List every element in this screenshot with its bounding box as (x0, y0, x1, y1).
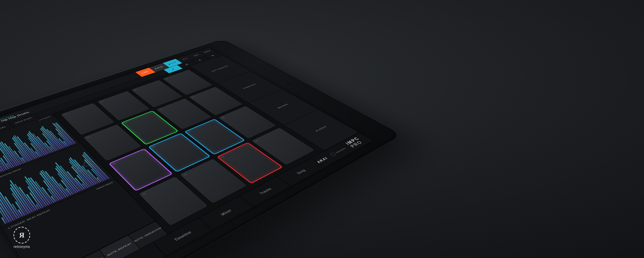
retronyms-inline: retronyms (329, 146, 347, 156)
drum-pad[interactable]: 11 (156, 98, 212, 130)
retronyms-badge-icon: Я (13, 227, 30, 244)
retronyms-badge: Я retronyms (13, 227, 30, 249)
next-sequence-button[interactable]: NEXT SEQUENCE (190, 55, 250, 83)
drum-pad[interactable]: 09 (83, 124, 142, 161)
main-area: 2-FINGER: TAPE STOP LO PASS 3-FINGER: WH… (0, 55, 359, 258)
akai-logo: AKAI (316, 157, 329, 164)
perspective-stage: SEQUENCE SQ01 Hook TRACK 02 PROGRAM Hip … (0, 0, 396, 258)
app-screen: SEQUENCE SQ01 Hook TRACK 02 PROGRAM Hip … (0, 48, 373, 258)
impc-logo-b: PRO (349, 140, 364, 148)
program-value: Hip Hop Drums (0, 75, 137, 122)
impc-logo: iMPC PRO (344, 134, 371, 148)
tr-menu[interactable]: TR ▾ (175, 55, 194, 63)
ipad-device: SEQUENCE SQ01 Hook TRACK 02 PROGRAM Hip … (0, 39, 403, 258)
right-panel: NEXT SEQUENCE TRACK MUTE PAD MUTE 16 LEV… (190, 55, 359, 151)
drum-pad[interactable]: 16 (162, 70, 213, 96)
pad-number: 11 (159, 108, 163, 110)
drum-pad[interactable]: 10 (121, 111, 179, 145)
drum-pad[interactable]: 07 (184, 119, 245, 155)
undo-button[interactable]: UNDO (198, 48, 216, 55)
header-primary: SEQUENCE SQ01 Hook TRACK 02 PROGRAM Hip … (0, 48, 216, 142)
pad-number: 07 (187, 130, 192, 133)
impc-logo-a: iMPC (344, 136, 361, 145)
drum-pad[interactable]: 01 (138, 176, 209, 226)
program-key: PROGRAM (0, 75, 135, 120)
bank-a[interactable]: A (163, 65, 183, 74)
tab-tracks[interactable]: Tracks (240, 176, 291, 207)
pad-number: 06 (151, 145, 156, 148)
retronyms-text: retronyms (335, 147, 346, 154)
drum-pad[interactable]: 04 (251, 127, 315, 165)
header-secondary: D PERFORM FULL LEVEL HIGH PASS A B C D (0, 52, 222, 148)
pad-number: 04 (254, 139, 259, 142)
waveform-2 (0, 148, 109, 224)
drum-pad[interactable]: 08 (218, 105, 277, 139)
ipad-body: SEQUENCE SQ01 Hook TRACK 02 PROGRAM Hip … (0, 39, 403, 258)
bank-b[interactable]: B (177, 60, 196, 69)
pad-mute-button[interactable]: PAD MUTE (249, 89, 318, 125)
pad-number: 16 (165, 78, 169, 80)
pad-number: 02 (183, 173, 188, 176)
drum-pad[interactable]: 02 (179, 159, 248, 204)
drum-pad[interactable]: 13 (60, 103, 115, 135)
pad-grid: 13141516091011120506070801020304 (52, 66, 324, 234)
tab-tweak[interactable]: Tweak (103, 242, 166, 258)
pad-number: 09 (86, 136, 90, 139)
bottom-tabs: Perform Tweak Timeline Mixer Tracks Song… (45, 132, 373, 258)
waveform-1 (0, 118, 76, 181)
brand-bar: AKAI retronyms iMPC PRO (311, 133, 373, 167)
play-button[interactable]: ▶ PLAY (162, 59, 182, 68)
retronyms-icon (329, 152, 336, 156)
bank-c[interactable]: C (191, 56, 209, 64)
hipass-label: HIGH PASS (96, 181, 113, 190)
drum-pad[interactable]: 05 (108, 148, 173, 191)
pad-number: 08 (221, 116, 225, 119)
stop-button[interactable]: ■ STOP (149, 63, 169, 72)
track-mute-button[interactable]: TRACK MUTE (218, 71, 282, 103)
tab-song[interactable]: Song (277, 158, 325, 186)
left-tool-row: ERASE TIME CORRECT NOTE REPEAT NOTE VARI… (35, 221, 168, 258)
drum-pad[interactable]: 14 (97, 91, 151, 121)
program-display[interactable]: PROGRAM Hip Hop Drums (0, 72, 142, 125)
fx-row-2-label: 3-FINGER: WHOOM DROP (0, 168, 22, 185)
pad-number: 13 (63, 113, 67, 116)
sub-label-1[interactable]: FULL LEVEL (0, 122, 13, 137)
time-correct-button[interactable]: TIME CORRECT (68, 250, 111, 258)
sixteen-levels-button[interactable]: 16 LEVELS (284, 110, 359, 151)
bank-d[interactable]: D (204, 52, 222, 59)
retronyms-badge-label: retronyms (14, 245, 30, 249)
header-menu: TR ▾ SQ ▾ UNDO (175, 48, 216, 63)
note-variation-button[interactable]: NOTE VARIATION (128, 221, 167, 249)
note-repeat-button[interactable]: NOTE REPEAT (99, 235, 140, 258)
fx-row-1[interactable]: 2-FINGER: TAPE STOP LO PASS (0, 114, 80, 184)
front-camera (286, 83, 290, 84)
lopass-label: LO PASS (39, 116, 51, 121)
rec-button[interactable]: ● REC (135, 68, 156, 77)
drum-pad[interactable]: 12 (188, 86, 243, 116)
pad-number: 10 (124, 122, 128, 124)
pad-number: 01 (142, 192, 147, 196)
pad-number: 15 (133, 89, 137, 91)
bpm-display: 24 (67, 157, 96, 176)
tab-mixer[interactable]: Mixer (199, 196, 253, 230)
drum-pad[interactable]: 03 (217, 142, 283, 184)
pad-number: 05 (112, 162, 117, 165)
pad-number: 14 (100, 100, 104, 102)
fx-row-2[interactable]: 3-FINGER: WHOOM DROP 24 (0, 143, 114, 228)
bank-selector: A B C D (163, 52, 222, 73)
drum-pad[interactable]: 06 (148, 133, 211, 172)
drum-pad[interactable]: 15 (130, 80, 183, 108)
pad-number: 03 (220, 156, 225, 158)
sq-menu[interactable]: SQ ▾ (187, 51, 205, 59)
tab-timeline[interactable]: Timeline (153, 218, 212, 255)
pad-number: 12 (191, 96, 195, 98)
transport-controls: ● REC ■ STOP ▶ PLAY (135, 59, 182, 77)
sub-label-2[interactable]: HIGH PASS (9, 114, 39, 127)
